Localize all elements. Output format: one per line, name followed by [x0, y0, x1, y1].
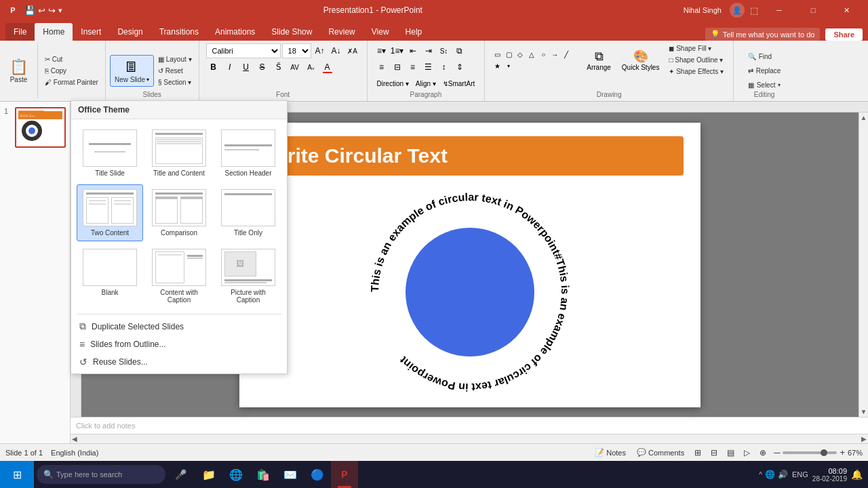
taskbar-store[interactable]: 🛍️	[250, 461, 277, 488]
notes-bar[interactable]: Click to add notes	[71, 417, 868, 434]
fit-slide-btn[interactable]: ⊕	[757, 447, 768, 459]
copy-button[interactable]: ⎘ Copy	[42, 66, 101, 76]
clock[interactable]: 08:09 28-02-2019	[812, 467, 847, 483]
shape-diamond[interactable]: ◇	[515, 49, 526, 60]
network-icon[interactable]: 🌐	[765, 470, 775, 479]
bullets-btn[interactable]: ≡▾	[374, 43, 389, 58]
layout-section-header[interactable]: Section Header	[215, 125, 281, 182]
find-button[interactable]: 🔍 Find	[744, 51, 785, 62]
tray-expand[interactable]: ^	[759, 471, 762, 479]
comments-toggle[interactable]: 💬 Comments	[634, 447, 687, 458]
view-reading-btn[interactable]: ▤	[725, 447, 736, 459]
layout-two-content[interactable]: Two Content	[77, 184, 143, 241]
vertical-scrollbar[interactable]: ▲ ▼	[859, 113, 868, 417]
view-slideshow-btn[interactable]: ▷	[742, 447, 752, 459]
notification-icon[interactable]: 🔔	[851, 469, 863, 480]
layout-blank[interactable]: Blank	[77, 244, 143, 308]
notes-toggle[interactable]: 📝 Notes	[592, 447, 629, 458]
taskbar-edge[interactable]: 🌐	[222, 461, 250, 488]
new-slide-button[interactable]: 🗏 New Slide ▾	[110, 55, 154, 87]
font-spacing-btn[interactable]: AV	[288, 60, 302, 75]
slides-from-outline-action[interactable]: ≡ Slides from Outline...	[71, 336, 287, 353]
strikethrough-button[interactable]: S	[255, 60, 270, 75]
align-right-btn[interactable]: ≡	[406, 60, 420, 75]
reuse-slides-action[interactable]: ↺ Reuse Slides...	[71, 353, 287, 371]
format-painter-button[interactable]: 🖌 Format Painter	[42, 77, 101, 87]
share-button[interactable]: Share	[825, 28, 863, 41]
zoom-out-btn[interactable]: ─	[774, 447, 780, 458]
shape-rounded[interactable]: ▢	[503, 49, 514, 60]
start-button[interactable]: ⊞	[0, 461, 34, 488]
tab-review[interactable]: Review	[320, 23, 363, 41]
taskbar-chrome[interactable]: 🔵	[304, 461, 331, 488]
font-color-btn[interactable]: A	[320, 60, 335, 75]
decrease-indent-btn[interactable]: ⇤	[406, 43, 420, 58]
para-spacing-btn[interactable]: ⇕	[452, 60, 467, 75]
zoom-slider[interactable]	[783, 451, 837, 454]
layout-comparison[interactable]: Comparison	[146, 184, 212, 241]
cut-button[interactable]: ✂ Cut	[42, 54, 101, 64]
layout-picture-caption[interactable]: 🖼 Picture with Caption	[215, 244, 281, 308]
minimize-btn[interactable]: ─	[764, 0, 795, 20]
text-direction-btn[interactable]: Direction ▾	[374, 76, 412, 91]
underline-button[interactable]: U	[239, 60, 254, 75]
shape-outline-btn[interactable]: □ Shape Outline ▾	[666, 55, 726, 65]
layout-title-content[interactable]: Title and Content	[146, 125, 212, 182]
tab-design[interactable]: Design	[109, 23, 151, 41]
shape-effects-btn[interactable]: ✦ Shape Effects ▾	[666, 66, 726, 77]
tab-file[interactable]: File	[5, 23, 35, 41]
column-btn[interactable]: ⧉	[452, 43, 467, 58]
tab-insert[interactable]: Insert	[73, 23, 109, 41]
font-size-increase[interactable]: A↑	[313, 43, 328, 58]
font-size-decrease[interactable]: A↓	[329, 43, 344, 58]
line-spacing-btn[interactable]: ↕	[437, 60, 452, 75]
taskbar-search[interactable]: 🔍 Type here to search	[37, 465, 165, 484]
tab-help[interactable]: Help	[397, 23, 431, 41]
reset-button[interactable]: ↺ Reset	[155, 66, 195, 76]
redo-icon[interactable]: ↪	[48, 5, 56, 16]
shape-triangle[interactable]: △	[526, 49, 537, 60]
layout-content-caption[interactable]: Content with Caption	[146, 244, 212, 308]
justify-btn[interactable]: ☰	[421, 60, 436, 75]
shape-oval[interactable]: ○	[538, 49, 549, 60]
arrange-button[interactable]: ⧉ Arrange	[583, 47, 615, 74]
zoom-in-btn[interactable]: +	[840, 447, 845, 458]
powerpoint-logo[interactable]: P	[5, 3, 20, 18]
taskbar-mail[interactable]: ✉️	[277, 461, 304, 488]
italic-button[interactable]: I	[222, 60, 237, 75]
view-normal-btn[interactable]: ⊞	[692, 447, 703, 459]
convert-smartart-btn[interactable]: ↯SmartArt	[440, 76, 477, 91]
char-spacing-btn[interactable]: Aᵥ	[304, 60, 319, 75]
smartart-btn[interactable]: S↕	[437, 43, 452, 58]
qa-more-icon[interactable]: ▾	[58, 6, 62, 15]
save-icon[interactable]: 💾	[24, 5, 35, 16]
tab-home[interactable]: Home	[35, 23, 73, 41]
ribbon-toggle-icon[interactable]: ⬚	[747, 5, 761, 16]
paste-button[interactable]: 📋 Paste	[4, 56, 33, 86]
slide-1-thumbnail[interactable]: Write Ci...	[15, 107, 66, 148]
clear-format-btn[interactable]: ✗A	[345, 43, 360, 58]
taskbar-powerpoint[interactable]: P	[331, 461, 358, 488]
view-slide-sorter-btn[interactable]: ⊟	[709, 447, 719, 459]
shape-fill-btn[interactable]: ◼ Shape Fill ▾	[666, 43, 726, 54]
cortana-btn[interactable]: 🎤	[168, 461, 193, 488]
increase-indent-btn[interactable]: ⇥	[421, 43, 436, 58]
text-shadow-button[interactable]: S̈	[271, 60, 286, 75]
horizontal-scrollbar[interactable]: ◀ ▶	[71, 434, 868, 443]
undo-icon[interactable]: ↩	[38, 5, 45, 16]
bold-button[interactable]: B	[206, 60, 221, 75]
shape-rect[interactable]: ▭	[492, 49, 502, 60]
font-family-select[interactable]: Calibri	[206, 43, 281, 58]
quick-styles-button[interactable]: 🎨 Quick Styles	[618, 46, 664, 74]
numbering-btn[interactable]: 1≡▾	[390, 43, 405, 58]
close-btn[interactable]: ✕	[831, 0, 863, 20]
tab-slideshow[interactable]: Slide Show	[263, 23, 320, 41]
replace-button[interactable]: ⇄ Replace	[744, 65, 785, 77]
tab-view[interactable]: View	[363, 23, 397, 41]
tab-transitions[interactable]: Transitions	[151, 23, 207, 41]
shapes-more[interactable]: ▾	[503, 60, 514, 71]
layout-title-slide[interactable]: Title Slide	[77, 125, 143, 182]
shape-star[interactable]: ★	[492, 60, 502, 71]
align-text-btn[interactable]: Align ▾	[413, 76, 439, 91]
layout-title-only[interactable]: Title Only	[215, 184, 281, 241]
